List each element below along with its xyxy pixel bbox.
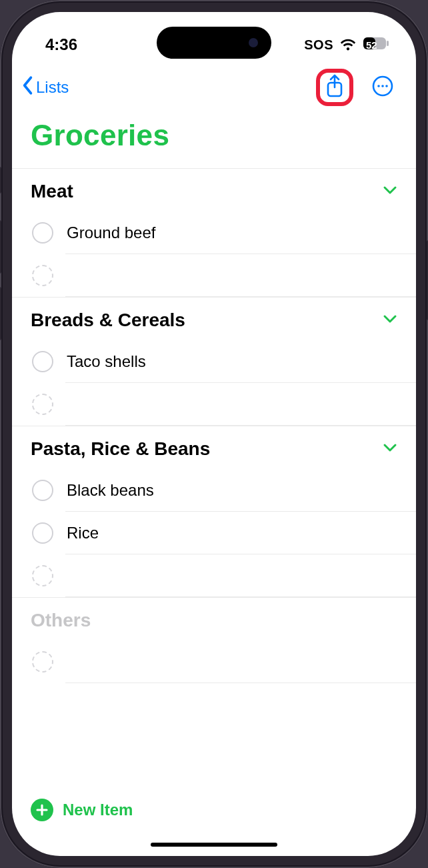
chevron-down-icon <box>383 185 397 197</box>
section-header[interactable]: Pasta, Rice & Beans <box>12 426 416 469</box>
battery-percent: 52 <box>366 39 377 51</box>
section-pasta: Pasta, Rice & Beans Black beans Rice <box>12 426 416 597</box>
ellipsis-circle-icon <box>371 75 394 100</box>
share-button[interactable] <box>316 69 353 106</box>
item-label: Black beans <box>67 481 154 500</box>
dashed-circle-icon <box>32 265 53 286</box>
svg-point-5 <box>377 85 380 87</box>
dashed-circle-icon <box>32 394 53 415</box>
new-item-label: New Item <box>63 801 133 819</box>
section-title: Meat <box>31 181 73 202</box>
section-title: Others <box>31 610 91 631</box>
list-item[interactable]: Ground beef <box>12 211 416 254</box>
list-item[interactable]: Black beans <box>12 469 416 512</box>
dynamic-island <box>157 27 271 59</box>
dashed-circle-icon <box>32 651 53 673</box>
list-item[interactable]: Taco shells <box>12 340 416 383</box>
checkbox-icon[interactable] <box>32 480 53 501</box>
checkbox-icon[interactable] <box>32 351 53 372</box>
home-indicator[interactable] <box>151 843 277 847</box>
new-item-placeholder[interactable] <box>12 554 416 597</box>
back-label: Lists <box>36 78 69 97</box>
new-item-placeholder[interactable] <box>12 383 416 426</box>
section-title: Breads & Cereals <box>31 310 185 331</box>
item-label: Rice <box>67 524 99 542</box>
wifi-icon <box>339 38 357 51</box>
status-sos: SOS <box>304 37 333 53</box>
list-item[interactable]: Rice <box>12 512 416 554</box>
status-time: 4:36 <box>45 35 77 54</box>
new-item-placeholder[interactable] <box>12 640 416 683</box>
bottom-bar: New Item <box>12 799 416 856</box>
list-content: Groceries Meat Ground beef <box>12 109 416 799</box>
dashed-circle-icon <box>32 565 53 586</box>
section-header[interactable]: Breads & Cereals <box>12 298 416 340</box>
checkbox-icon[interactable] <box>32 522 53 544</box>
section-header[interactable]: Others <box>12 598 416 640</box>
nav-bar: Lists <box>12 65 416 109</box>
back-button[interactable]: Lists <box>20 75 69 99</box>
list-title: Groceries <box>12 109 416 168</box>
svg-point-7 <box>385 85 388 87</box>
chevron-left-icon <box>20 75 35 99</box>
section-meat: Meat Ground beef <box>12 168 416 297</box>
new-item-placeholder[interactable] <box>12 254 416 297</box>
chevron-down-icon <box>383 443 397 455</box>
plus-circle-icon <box>31 799 53 821</box>
chevron-down-icon <box>383 314 397 326</box>
svg-point-6 <box>381 85 384 87</box>
section-title: Pasta, Rice & Beans <box>31 438 210 460</box>
share-icon <box>325 74 345 101</box>
section-breads: Breads & Cereals Taco shells <box>12 297 416 426</box>
item-label: Ground beef <box>67 224 155 242</box>
checkbox-icon[interactable] <box>32 222 53 244</box>
item-label: Taco shells <box>67 352 146 371</box>
more-button[interactable] <box>364 69 401 106</box>
new-item-button[interactable]: New Item <box>31 799 397 821</box>
svg-rect-2 <box>387 41 389 46</box>
section-others: Others <box>12 597 416 683</box>
battery-icon: 52 <box>363 37 389 53</box>
section-header[interactable]: Meat <box>12 169 416 211</box>
